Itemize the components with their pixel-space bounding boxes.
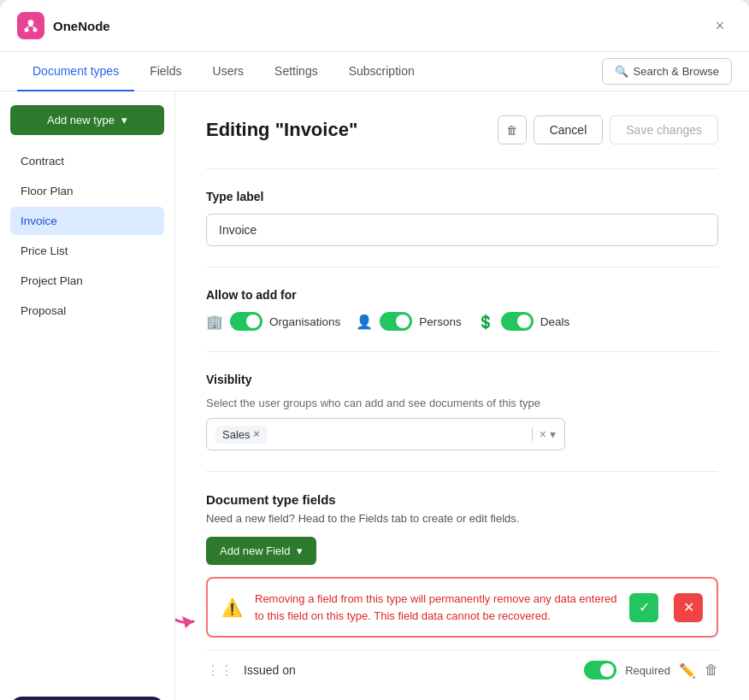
visibility-tag-select[interactable]: Sales × × ▾ bbox=[206, 418, 565, 450]
sidebar-footer: ▶ Powered by Zimple bbox=[10, 683, 164, 700]
deals-icon: 💲 bbox=[477, 314, 494, 330]
editing-header: Editing "Invoice" 🗑 Cancel Save changes bbox=[206, 115, 718, 144]
content-area: Editing "Invoice" 🗑 Cancel Save changes … bbox=[175, 91, 749, 700]
document-fields-description: Need a new field? Head to the Fields tab… bbox=[206, 512, 718, 525]
editing-title: Editing "Invoice" bbox=[206, 119, 498, 141]
main-layout: Add new type ▾ Contract Floor Plan Invoi… bbox=[0, 91, 749, 700]
add-new-type-button[interactable]: Add new type ▾ bbox=[10, 105, 164, 135]
organisations-toggle-group: 🏢 Organisations bbox=[206, 312, 340, 331]
save-changes-button[interactable]: Save changes bbox=[610, 115, 718, 144]
field-name-label: Issued on bbox=[244, 663, 574, 677]
nav-tabs: Document types Fields Users Settings Sub… bbox=[0, 52, 749, 91]
tab-settings[interactable]: Settings bbox=[259, 52, 333, 91]
allow-add-for-section: Allow to add for 🏢 Organisations 👤 bbox=[206, 267, 718, 331]
visibility-section: Visiblity Select the user groups who can… bbox=[206, 351, 718, 450]
search-icon: 🔍 bbox=[615, 65, 628, 78]
warning-cancel-button[interactable]: ✕ bbox=[674, 593, 703, 622]
search-browse-button[interactable]: 🔍 Search & Browse bbox=[602, 58, 732, 85]
tab-users[interactable]: Users bbox=[198, 52, 260, 91]
toggle-row: 🏢 Organisations 👤 bbox=[206, 312, 718, 331]
svg-line-3 bbox=[27, 26, 31, 28]
tag-select-actions: × ▾ bbox=[532, 427, 556, 441]
warning-box: ⚠️ Removing a field from this type will … bbox=[206, 577, 718, 638]
sidebar-item-invoice[interactable]: Invoice bbox=[10, 207, 164, 235]
deals-label: Deals bbox=[540, 315, 570, 328]
field-delete-button[interactable]: 🗑 bbox=[705, 662, 718, 678]
tag-select-dropdown-button[interactable]: ▾ bbox=[550, 427, 556, 441]
svg-point-0 bbox=[28, 20, 34, 26]
deals-toggle[interactable] bbox=[501, 312, 534, 331]
dropdown-arrow-icon: ▾ bbox=[121, 114, 127, 126]
warning-confirm-button[interactable]: ✓ bbox=[629, 593, 658, 622]
add-field-dropdown-icon: ▾ bbox=[297, 544, 303, 557]
svg-line-4 bbox=[31, 26, 35, 28]
remove-sales-tag-button[interactable]: × bbox=[254, 428, 260, 440]
sidebar-item-contract[interactable]: Contract bbox=[10, 147, 164, 175]
delete-type-button[interactable]: 🗑 bbox=[498, 115, 527, 144]
document-fields-heading: Document type fields bbox=[206, 492, 718, 507]
allow-add-for-heading: Allow to add for bbox=[206, 288, 718, 302]
svg-point-1 bbox=[25, 28, 29, 32]
persons-label: Persons bbox=[419, 315, 462, 328]
type-label-input[interactable] bbox=[206, 214, 718, 246]
tag-select-clear-button[interactable]: × bbox=[540, 427, 546, 441]
arrow-annotation bbox=[175, 585, 206, 637]
tab-subscription[interactable]: Subscription bbox=[333, 52, 430, 91]
visibility-heading: Visiblity bbox=[206, 373, 718, 386]
required-label: Required bbox=[625, 664, 670, 677]
sales-tag: Sales × bbox=[215, 426, 267, 444]
sidebar: Add new type ▾ Contract Floor Plan Invoi… bbox=[0, 91, 175, 700]
close-button[interactable]: × bbox=[708, 14, 732, 38]
organisations-toggle[interactable] bbox=[230, 312, 262, 331]
svg-marker-5 bbox=[182, 616, 193, 628]
tab-fields[interactable]: Fields bbox=[134, 52, 197, 91]
field-edit-button[interactable]: ✏️ bbox=[679, 662, 696, 679]
type-label-section: Type label bbox=[206, 168, 718, 246]
powered-by-badge: ▶ Powered by Zimple bbox=[10, 697, 164, 700]
visibility-description: Select the user groups who can add and s… bbox=[206, 397, 718, 409]
cancel-button[interactable]: Cancel bbox=[534, 115, 604, 144]
warning-message: Removing a field from this type will per… bbox=[255, 591, 617, 624]
field-required-toggle[interactable] bbox=[584, 661, 616, 679]
sidebar-item-price-list[interactable]: Price List bbox=[10, 237, 164, 265]
table-row: ⋮⋮ Issued on Required ✏️ 🗑 bbox=[206, 650, 718, 690]
field-actions: Required ✏️ 🗑 bbox=[584, 661, 718, 679]
title-bar: OneNode × bbox=[0, 0, 749, 52]
tab-document-types[interactable]: Document types bbox=[17, 52, 134, 91]
drag-handle-icon[interactable]: ⋮⋮ bbox=[206, 662, 233, 679]
svg-point-2 bbox=[33, 28, 38, 32]
sales-tag-label: Sales bbox=[222, 428, 251, 441]
persons-icon: 👤 bbox=[356, 314, 373, 330]
organisations-label: Organisations bbox=[269, 315, 340, 328]
sidebar-item-proposal[interactable]: Proposal bbox=[10, 297, 164, 325]
type-label-heading: Type label bbox=[206, 190, 718, 203]
app-window: OneNode × Document types Fields Users Se… bbox=[0, 0, 749, 700]
sidebar-item-project-plan[interactable]: Project Plan bbox=[10, 267, 164, 295]
organisations-icon: 🏢 bbox=[206, 314, 223, 330]
document-fields-section: Document type fields Need a new field? H… bbox=[206, 471, 718, 690]
warning-triangle-icon: ⚠️ bbox=[221, 597, 243, 618]
trash-icon: 🗑 bbox=[506, 124, 517, 137]
persons-toggle-group: 👤 Persons bbox=[356, 312, 462, 331]
app-logo bbox=[17, 12, 44, 39]
app-title: OneNode bbox=[53, 19, 708, 33]
persons-toggle[interactable] bbox=[380, 312, 412, 331]
add-new-field-button[interactable]: Add new Field ▾ bbox=[206, 537, 316, 565]
deals-toggle-group: 💲 Deals bbox=[477, 312, 570, 331]
sidebar-item-floor-plan[interactable]: Floor Plan bbox=[10, 177, 164, 205]
